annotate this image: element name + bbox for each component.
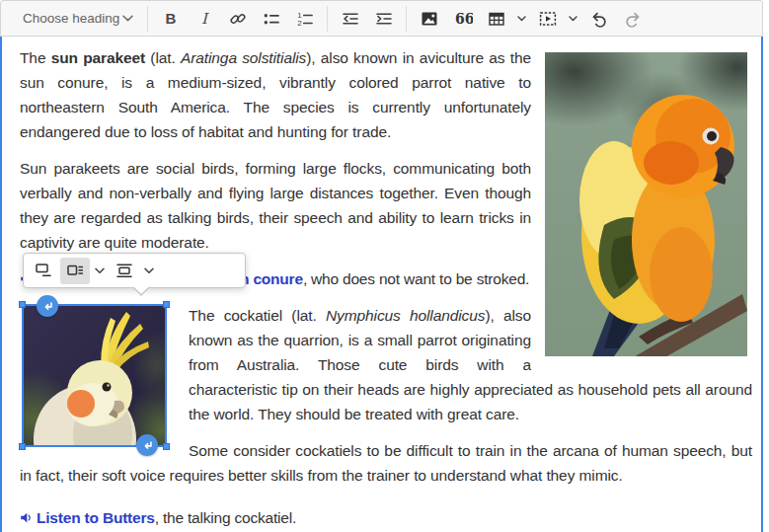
decrease-indent-button[interactable]	[334, 5, 366, 33]
toolbar-separator	[406, 6, 407, 32]
wrap-text-dropdown-button[interactable]	[92, 258, 108, 284]
italic-icon: I	[194, 9, 214, 29]
redo-icon	[623, 9, 643, 29]
undo-icon	[589, 9, 609, 29]
image-balloon-toolbar	[23, 253, 246, 288]
audio-link[interactable]: Listen to Butters	[20, 509, 155, 526]
svg-text:66: 66	[455, 10, 473, 26]
link-icon	[228, 9, 248, 29]
chevron-down-icon	[144, 267, 154, 274]
break-text-dropdown-button[interactable]	[141, 258, 157, 284]
insert-media-button[interactable]	[531, 5, 564, 33]
insert-media-dropdown-button[interactable]	[565, 5, 581, 33]
toolbar-separator	[327, 6, 328, 32]
chevron-down-icon	[517, 16, 526, 22]
image-inline-icon	[34, 261, 53, 280]
speaker-icon	[20, 511, 33, 524]
undo-button[interactable]	[582, 5, 615, 33]
image-inline-button[interactable]	[29, 258, 58, 284]
cockatiel-photo	[24, 306, 165, 445]
chevron-down-icon	[95, 267, 105, 274]
insert-image-icon	[420, 9, 439, 29]
block-quote-icon: 66	[453, 9, 473, 29]
insert-table-button[interactable]	[480, 5, 512, 33]
bulleted-list-button[interactable]	[255, 5, 287, 33]
decrease-indent-icon	[341, 9, 360, 29]
insert-paragraph-before-button[interactable]	[37, 295, 58, 317]
resize-handle-top-left[interactable]	[19, 301, 26, 308]
insert-table-icon	[487, 9, 506, 29]
rich-text-editor: Choose heading B I 12	[0, 0, 769, 532]
block-quote-button[interactable]: 66	[446, 5, 479, 33]
increase-indent-icon	[374, 9, 394, 29]
resize-handle-top-right[interactable]	[163, 301, 170, 308]
svg-text:B: B	[165, 10, 176, 27]
numbered-list-icon: 12	[295, 9, 315, 29]
cockatiel-image-widget[interactable]	[22, 304, 167, 447]
svg-text:I: I	[201, 10, 209, 28]
image-break-text-icon	[115, 261, 134, 280]
resize-handle-bottom-right[interactable]	[163, 443, 170, 450]
link-button[interactable]	[221, 5, 254, 33]
italic-button[interactable]: I	[188, 5, 220, 33]
bold-icon: B	[161, 9, 181, 29]
image-wrap-text-icon	[65, 261, 85, 280]
heading-dropdown-label: Choose heading	[23, 11, 119, 26]
insert-table-dropdown-button[interactable]	[513, 5, 530, 33]
insert-image-button[interactable]	[413, 5, 445, 33]
editor-toolbar: Choose heading B I 12	[0, 0, 763, 37]
sun-parakeet-image[interactable]	[545, 52, 747, 356]
bold-button[interactable]: B	[154, 5, 187, 33]
redo-button[interactable]	[616, 5, 649, 33]
insert-media-icon	[538, 9, 558, 29]
chevron-down-icon	[569, 16, 577, 22]
bulleted-list-icon	[262, 9, 281, 29]
image-break-text-button[interactable]	[110, 258, 139, 284]
toolbar-separator	[147, 6, 148, 32]
image-wrap-text-button[interactable]	[60, 258, 90, 284]
resize-handle-bottom-left[interactable]	[19, 443, 26, 450]
chevron-down-icon	[122, 15, 133, 22]
paragraph-listen-butters: Listen to Butters, the talking cockatiel…	[20, 505, 752, 530]
numbered-list-button[interactable]: 12	[288, 5, 321, 33]
increase-indent-button[interactable]	[367, 5, 400, 33]
heading-dropdown[interactable]: Choose heading	[15, 5, 141, 33]
insert-paragraph-after-button[interactable]	[136, 434, 158, 456]
svg-text:2: 2	[297, 19, 302, 28]
